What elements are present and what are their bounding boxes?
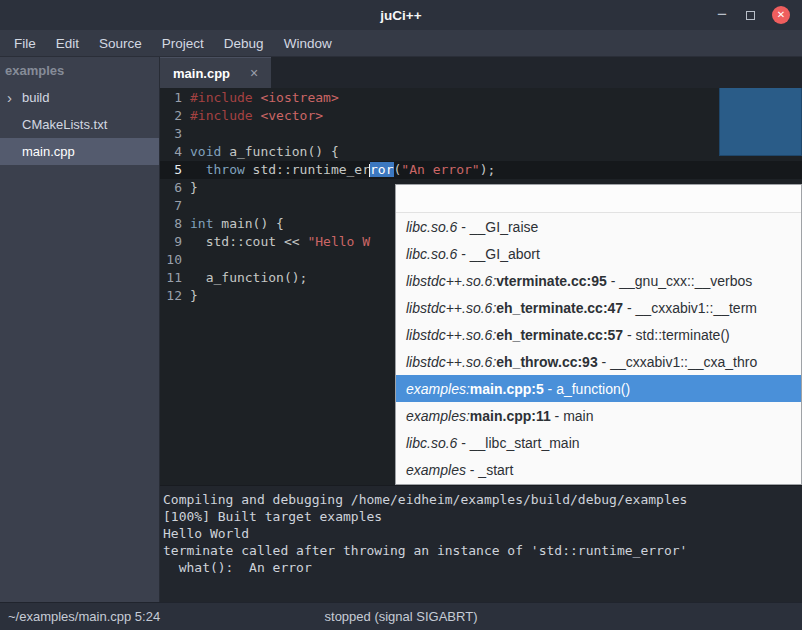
symbol-name: - main [551, 408, 594, 424]
stack-frame-popup: libc.so.6 - __GI_raiselibc.so.6 - __GI_a… [395, 184, 802, 485]
stack-frame-item-3[interactable]: libstdc++.so.6:vterminate.cc:95 - __gnu_… [396, 267, 801, 294]
window-title: juCi++ [380, 8, 421, 23]
line-number: 7 [160, 197, 190, 215]
code-text: } [190, 288, 198, 303]
code-segment: a_function(); [190, 270, 307, 285]
menubar: FileEditSourceProjectDebugWindow [0, 30, 802, 57]
library-name: libc.so.6 [406, 219, 457, 235]
tab-label: main.cpp [173, 66, 230, 81]
line-number: 5 [160, 161, 190, 179]
line-number: 12 [160, 287, 190, 305]
tab-close-icon[interactable]: × [250, 66, 258, 80]
status-file-position: ~/examples/main.cpp 5:24 [8, 609, 160, 624]
titlebar[interactable]: juCi++ − ✕ [0, 0, 802, 30]
code-segment: a_function() { [221, 144, 338, 159]
code-segment: } [190, 180, 198, 195]
library-name: examples: [406, 381, 470, 397]
highlighted-token: ror [370, 162, 393, 177]
minimize-button[interactable]: − [715, 10, 729, 20]
terminal-line: Compiling and debugging /home/eidheim/ex… [163, 491, 798, 508]
terminal-panel[interactable]: Compiling and debugging /home/eidheim/ex… [160, 485, 802, 602]
file-tree-panel: examples ›buildCMakeLists.txtmain.cpp [0, 57, 160, 602]
maximize-icon [746, 11, 755, 20]
stack-popup-search-row[interactable] [396, 185, 801, 213]
stack-popup-items: libc.so.6 - __GI_raiselibc.so.6 - __GI_a… [396, 213, 801, 483]
menu-window[interactable]: Window [274, 33, 342, 54]
file-location: vterminate.cc:95 [496, 273, 607, 289]
code-segment: "Hello W [307, 234, 370, 249]
code-segment: } [190, 288, 198, 303]
code-segment: throw [206, 162, 245, 177]
stack-frame-item-6[interactable]: libstdc++.so.6:eh_throw.cc:93 - __cxxabi… [396, 348, 801, 375]
line-number: 9 [160, 233, 190, 251]
code-line-1[interactable]: 1#include <iostream> [160, 89, 802, 107]
file-location: eh_throw.cc:93 [496, 354, 597, 370]
menu-edit[interactable]: Edit [46, 33, 89, 54]
symbol-name: - __gnu_cxx::__verbos [607, 273, 753, 289]
terminal-line: terminate called after throwing an insta… [163, 542, 798, 559]
stack-frame-item-9[interactable]: libc.so.6 - __libc_start_main [396, 429, 801, 456]
menu-source[interactable]: Source [89, 33, 152, 54]
stack-frame-item-10[interactable]: examples - _start [396, 456, 801, 483]
file-tree-item-main-cpp[interactable]: main.cpp [0, 138, 159, 165]
code-line-4[interactable]: 4void a_function() { [160, 143, 802, 161]
statusbar: ~/examples/main.cpp 5:24 stopped (signal… [0, 602, 802, 630]
line-number: 8 [160, 215, 190, 233]
minimize-icon: − [717, 10, 727, 20]
symbol-name: - __cxxabiv1::__cxa_thro [598, 354, 758, 370]
line-number: 11 [160, 269, 190, 287]
code-text: #include <iostream> [190, 90, 339, 105]
library-name: examples [406, 462, 466, 478]
file-tree-item-cmakelists-txt[interactable]: CMakeLists.txt [0, 111, 159, 138]
menu-file[interactable]: File [4, 33, 46, 54]
maximize-button[interactable] [746, 11, 755, 20]
tab-main-cpp[interactable]: main.cpp × [160, 57, 271, 88]
library-name: examples: [406, 408, 470, 424]
code-segment: int [190, 216, 213, 231]
terminal-line: what(): An error [163, 559, 798, 576]
terminal-lines: Compiling and debugging /home/eidheim/ex… [163, 491, 798, 576]
file-label: build [22, 90, 49, 105]
code-segment: #include [190, 90, 253, 105]
line-number: 3 [160, 125, 190, 143]
code-line-5[interactable]: 5 throw std::runtime_error("An error"); [160, 161, 802, 179]
menu-debug[interactable]: Debug [214, 33, 274, 54]
close-icon: ✕ [772, 6, 790, 24]
code-segment: #include [190, 108, 253, 123]
symbol-name: - __libc_start_main [457, 435, 579, 451]
line-number: 2 [160, 107, 190, 125]
close-button[interactable]: ✕ [772, 6, 790, 24]
file-label: main.cpp [22, 144, 75, 159]
menu-project[interactable]: Project [152, 33, 214, 54]
stack-frame-item-8[interactable]: examples:main.cpp:11 - main [396, 402, 801, 429]
line-number: 10 [160, 251, 190, 269]
code-segment: <vector> [260, 108, 323, 123]
terminal-line: Hello World [163, 525, 798, 542]
stack-frame-item-5[interactable]: libstdc++.so.6:eh_terminate.cc:57 - std:… [396, 321, 801, 348]
symbol-name: - std::terminate() [623, 327, 730, 343]
expander-icon[interactable]: › [7, 91, 22, 104]
code-segment: void [190, 144, 221, 159]
file-location: main.cpp:5 [470, 381, 544, 397]
file-location: eh_terminate.cc:57 [496, 327, 623, 343]
tabbar: main.cpp × [160, 57, 802, 88]
file-tree-items: ›buildCMakeLists.txtmain.cpp [0, 84, 159, 165]
code-line-3[interactable]: 3 [160, 125, 802, 143]
code-segment: std::cout << [190, 234, 307, 249]
stack-frame-item-7[interactable]: examples:main.cpp:5 - a_function() [396, 375, 801, 402]
file-location: eh_terminate.cc:47 [496, 300, 623, 316]
terminal-line: [100%] Built target examples [163, 508, 798, 525]
code-text: std::cout << "Hello W [190, 234, 370, 249]
code-segment: ); [480, 162, 496, 177]
file-location: main.cpp:11 [470, 408, 551, 424]
stack-frame-item-4[interactable]: libstdc++.so.6:eh_terminate.cc:47 - __cx… [396, 294, 801, 321]
library-name: libc.so.6 [406, 435, 457, 451]
library-name: libstdc++.so.6: [406, 300, 496, 316]
code-text: throw std::runtime_error("An error"); [190, 162, 495, 177]
file-tree-item-build[interactable]: ›build [0, 84, 159, 111]
code-line-2[interactable]: 2#include <vector> [160, 107, 802, 125]
stack-frame-item-2[interactable]: libc.so.6 - __GI_abort [396, 240, 801, 267]
stack-frame-item-1[interactable]: libc.so.6 - __GI_raise [396, 213, 801, 240]
code-segment: "An error" [401, 162, 479, 177]
code-text: void a_function() { [190, 144, 339, 159]
